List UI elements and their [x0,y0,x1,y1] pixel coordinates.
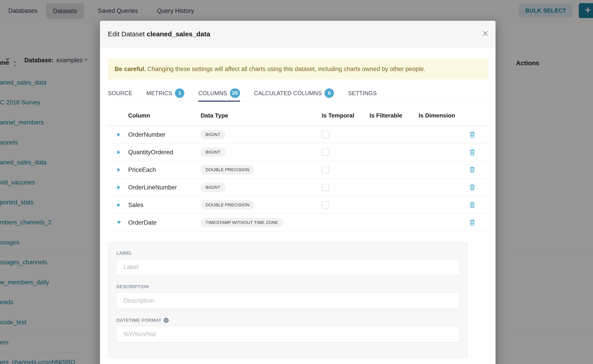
delete-icon[interactable] [469,202,475,208]
column-name: Sales [128,202,144,208]
expand-caret-icon[interactable] [117,168,120,172]
data-type-pill: DOUBLE PRECISION [201,165,254,175]
label-text: DATETIME FORMAT [116,318,161,323]
column-name: PriceEach [128,166,156,173]
modal-title: Edit Dataset cleaned_sales_data [108,21,210,47]
header-column: Column [128,112,150,119]
column-name: QuantityOrdered [128,149,173,156]
column-editor-panel: LABEL DESCRIPTION DATETIME FORMATi [108,242,468,358]
delete-icon[interactable] [469,131,475,138]
edit-dataset-modal: Edit Dataset cleaned_sales_data ✕ Be car… [100,21,495,364]
header-is-temporal: Is Temporal [322,112,354,119]
expand-caret-icon[interactable] [117,203,120,207]
tab-source[interactable]: SOURCE [108,85,132,102]
column-name: OrderLineNumber [128,184,177,191]
is-temporal-checkbox[interactable] [322,148,329,156]
header-data-type: Data Type [201,112,228,119]
column-name: OrderNumber [128,131,165,138]
column-name: OrderDate [128,219,157,226]
is-temporal-checkbox[interactable] [322,131,329,138]
tab-label: SETTINGS [348,90,377,97]
warning-text: Changing these settings will affect all … [146,66,425,72]
count-badge: 0 [324,88,334,98]
column-row: PriceEach DOUBLE PRECISION [108,161,488,179]
warning-bold: Be careful. [115,66,146,72]
modal-title-dataset: cleaned_sales_data [147,30,210,38]
tab-columns[interactable]: COLUMNS25 [198,85,240,102]
is-temporal-checkbox[interactable] [322,184,329,191]
delete-icon[interactable] [469,184,475,191]
column-row-expanded: OrderDate TIMESTAMP WITHOUT TIME ZONE [108,214,488,231]
description-field-label: DESCRIPTION [116,284,459,289]
columns-table-header: Column Data Type Is Temporal Is Filterab… [108,102,488,126]
tab-label: SOURCE [108,90,132,97]
tab-label: METRICS [146,90,172,97]
label-input[interactable] [116,259,460,275]
label-text: DESCRIPTION [116,284,149,289]
data-type-pill: BIGINT [201,183,225,192]
columns-table: Column Data Type Is Temporal Is Filterab… [108,102,488,231]
collapse-caret-icon[interactable] [117,221,121,224]
is-temporal-checkbox[interactable] [322,201,329,209]
column-row: OrderNumber BIGINT [108,126,488,143]
tab-label: CALCULATED COLUMNS [254,90,322,97]
info-icon[interactable]: i [164,318,169,323]
close-icon[interactable]: ✕ [482,21,489,47]
data-type-pill: TIMESTAMP WITHOUT TIME ZONE [201,218,283,227]
label-field-label: LABEL [116,251,459,256]
modal-tabs: SOURCE METRICS1 COLUMNS25 CALCULATED COL… [108,85,488,102]
expand-caret-icon[interactable] [117,185,120,189]
data-type-pill: BIGINT [201,148,225,157]
header-is-dimension: Is Dimension [419,112,455,119]
data-type-pill: DOUBLE PRECISION [201,200,254,210]
expand-caret-icon[interactable] [117,133,120,137]
datetime-format-input[interactable] [116,326,460,342]
column-row: Sales DOUBLE PRECISION [108,196,488,214]
column-row: OrderLineNumber BIGINT [108,179,488,196]
label-text: LABEL [116,251,132,256]
app-screen: Databases Datasets Saved Queries Query H… [0,0,593,364]
is-temporal-checkbox[interactable] [322,166,329,173]
tab-metrics[interactable]: METRICS1 [146,85,184,102]
data-type-pill: BIGINT [201,130,225,139]
datetime-format-field-label: DATETIME FORMATi [116,318,459,323]
modal-title-prefix: Edit Dataset [108,30,147,38]
tab-settings[interactable]: SETTINGS [348,85,377,102]
delete-icon[interactable] [469,149,475,156]
warning-banner: Be careful. Changing these settings will… [108,59,488,79]
expand-caret-icon[interactable] [117,150,120,154]
delete-icon[interactable] [469,219,475,226]
delete-icon[interactable] [469,166,475,173]
column-row: QuantityOrdered BIGINT [108,143,488,161]
count-badge: 1 [175,88,184,98]
header-is-filterable: Is Filterable [370,112,402,119]
count-badge: 25 [230,88,240,98]
tab-calculated-columns[interactable]: CALCULATED COLUMNS0 [254,85,334,102]
description-input[interactable] [116,292,460,309]
modal-header: Edit Dataset cleaned_sales_data ✕ [100,21,495,47]
tab-label: COLUMNS [198,90,227,97]
